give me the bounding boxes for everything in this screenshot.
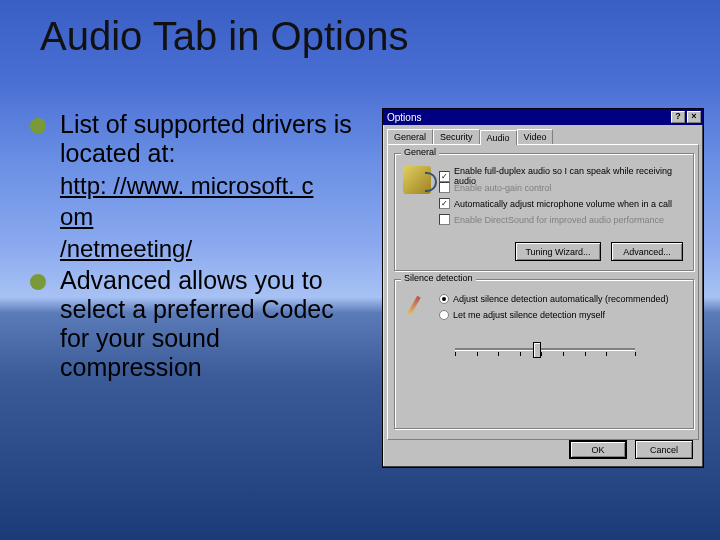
tab-security[interactable]: Security	[433, 129, 480, 144]
dialog-titlebar: Options ? ×	[383, 109, 703, 125]
link-row-2: om	[30, 203, 365, 231]
close-button[interactable]: ×	[687, 111, 701, 123]
checkbox-autoadjust-mic[interactable]: ✓ Automatically adjust microphone volume…	[439, 198, 672, 209]
group-general: General ✓ Enable full-duplex audio so I …	[394, 153, 694, 271]
group-silence-legend: Silence detection	[401, 273, 476, 283]
help-button[interactable]: ?	[671, 111, 685, 123]
bullet-dot-icon	[30, 274, 46, 290]
slide-title: Audio Tab in Options	[40, 14, 408, 59]
pencil-icon	[403, 294, 429, 320]
bullet-row-1: List of supported drivers is located at:	[30, 110, 365, 168]
cancel-button[interactable]: Cancel	[635, 440, 693, 459]
checkbox-icon: ✓	[439, 171, 450, 182]
dialog-title: Options	[385, 112, 669, 123]
radio-label: Adjust silence detection automatically (…	[453, 294, 669, 304]
bullet-dot-icon	[30, 118, 46, 134]
radio-auto-silence[interactable]: Adjust silence detection automatically (…	[439, 294, 669, 304]
radio-manual-silence[interactable]: Let me adjust silence detection myself	[439, 310, 605, 320]
checkbox-label: Automatically adjust microphone volume w…	[454, 199, 672, 209]
ok-button[interactable]: OK	[569, 440, 627, 459]
checkbox-icon	[439, 182, 450, 193]
checkbox-directsound[interactable]: Enable DirectSound for improved audio pe…	[439, 214, 664, 225]
checkbox-autogain[interactable]: Enable auto-gain control	[439, 182, 552, 193]
slide-content: List of supported drivers is located at:…	[30, 110, 365, 385]
tuning-wizard-button[interactable]: Tuning Wizard...	[515, 242, 601, 261]
checkbox-icon	[439, 214, 450, 225]
dialog-footer: OK Cancel	[569, 440, 693, 459]
bullet-text-2: Advanced allows you to select a preferre…	[60, 266, 365, 381]
checkbox-icon: ✓	[439, 198, 450, 209]
link-row-1: http: //www. microsoft. c	[30, 172, 365, 200]
group-silence: Silence detection Adjust silence detecti…	[394, 279, 694, 429]
link-line-3[interactable]: /netmeeting/	[60, 235, 192, 263]
tab-audio[interactable]: Audio	[480, 130, 517, 145]
slider-track	[455, 348, 635, 351]
speaker-icon	[403, 166, 431, 194]
radio-icon	[439, 294, 449, 304]
bullet-text-1: List of supported drivers is located at:	[60, 110, 365, 168]
tab-video[interactable]: Video	[517, 129, 554, 144]
advanced-button[interactable]: Advanced...	[611, 242, 683, 261]
link-line-1[interactable]: http: //www. microsoft. c	[60, 172, 313, 200]
tab-general[interactable]: General	[387, 129, 433, 144]
link-line-2[interactable]: om	[60, 203, 93, 231]
radio-label: Let me adjust silence detection myself	[453, 310, 605, 320]
slider-thumb-icon	[533, 342, 541, 358]
checkbox-label: Enable DirectSound for improved audio pe…	[454, 215, 664, 225]
group-general-legend: General	[401, 147, 439, 157]
silence-slider[interactable]	[455, 340, 635, 362]
radio-icon	[439, 310, 449, 320]
tab-panel-audio: General ✓ Enable full-duplex audio so I …	[387, 144, 699, 440]
tab-strip: General Security Audio Video	[387, 129, 699, 144]
options-dialog: Options ? × General Security Audio Video…	[382, 108, 704, 468]
bullet-row-2: Advanced allows you to select a preferre…	[30, 266, 365, 381]
link-row-3: /netmeeting/	[30, 235, 365, 263]
checkbox-label: Enable auto-gain control	[454, 183, 552, 193]
